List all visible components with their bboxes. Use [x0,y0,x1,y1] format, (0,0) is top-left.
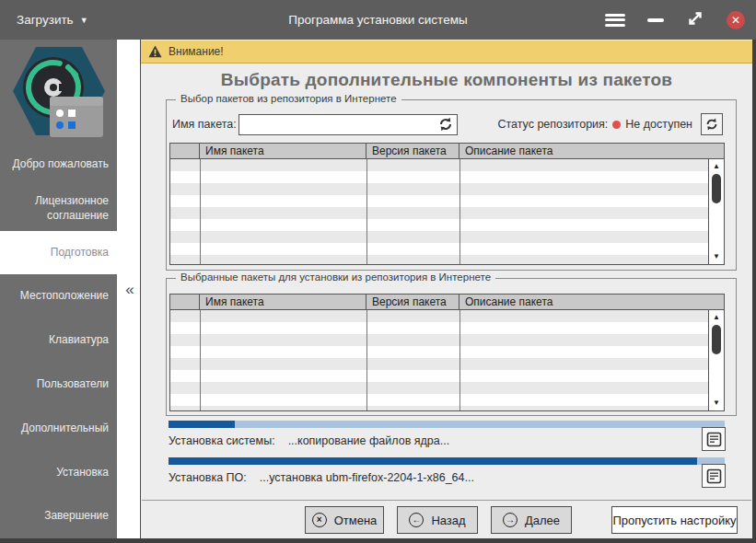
cancel-icon: × [312,513,327,527]
package-name-label: Имя пакета: [172,118,237,131]
sidebar-item-finish[interactable]: Завершение [0,494,117,538]
column-package-description[interactable]: Описание пакета [459,295,724,309]
system-install-log-button[interactable] [702,427,726,451]
skip-settings-button[interactable]: Пропустить настройку [611,506,738,534]
log-icon [706,468,722,484]
refresh-icon[interactable] [437,116,454,133]
sidebar-item-keyboard[interactable]: Клавиатура [0,318,117,363]
sidebar: Добро пожаловать Лицензионное соглашение… [0,40,117,538]
repo-refresh-button[interactable] [701,113,723,135]
repo-status-label: Статус репозитория: [497,118,608,131]
status-dot-icon [612,121,621,129]
scroll-down-icon[interactable]: ▼ [709,398,724,409]
repo-packages-group: Выбор пакетов из репозитория в Интернете… [166,99,737,271]
next-label: Далее [525,514,560,527]
repo-status: Статус репозитория: Не доступен [497,113,723,135]
refresh-icon [704,117,719,132]
column-package-description[interactable]: Описание пакета [459,144,724,158]
back-arrow-icon: ← [409,513,424,527]
sidebar-nav: Добро пожаловать Лицензионное соглашение… [0,143,117,538]
back-button[interactable]: ← Назад [397,506,478,534]
sidebar-item-location[interactable]: Местоположение [0,274,117,318]
skip-label: Пропустить настройку [612,514,736,527]
installer-window: Загрузить ▼ Программа установки системы … [0,0,756,543]
package-search-row: Имя пакета: Статус репозитория: Не досту… [172,113,723,135]
package-name-input[interactable] [238,114,458,135]
software-install-label: Установка ПО: [169,471,247,484]
log-icon [706,432,722,447]
table-header: Имя пакета Версия пакета Описание пакета [170,295,724,310]
column-package-version[interactable]: Версия пакета [366,144,459,158]
sidebar-item-welcome[interactable]: Добро пожаловать [0,143,117,187]
sidebar-item-users[interactable]: Пользователи [0,363,117,407]
footer-divider [142,500,751,501]
warning-text: Внимание! [169,45,224,58]
minimize-button[interactable] [647,18,664,22]
vertical-scrollbar[interactable]: ▲ ▼ [708,310,724,410]
titlebar: Загрузить ▼ Программа установки системы … [0,0,756,40]
vertical-scrollbar[interactable]: ▲ ▼ [708,159,724,264]
software-install-log-button[interactable] [702,464,726,488]
back-label: Назад [431,514,465,527]
system-install-status-row: Установка системы: ...копирование файлов… [169,429,693,453]
scroll-up-icon[interactable]: ▲ [709,161,724,172]
titlebar-controls: ✕ [605,0,745,40]
repo-group-legend: Выбор пакетов из репозитория в Интернете [176,93,401,104]
scrollbar-thumb[interactable] [712,174,721,203]
software-install-status-row: Установка ПО: ...установка ubm-firefox-2… [169,466,693,490]
installer-logo [7,41,110,143]
table-body[interactable]: ▲ ▼ [170,310,724,410]
system-install-status: ...копирование файлов ядра... [288,434,450,447]
cancel-label: Отмена [334,514,378,527]
sidebar-item-preparation[interactable]: Подготовка [0,231,117,275]
scroll-down-icon[interactable]: ▼ [709,251,724,262]
maximize-button[interactable] [686,9,704,31]
table-body[interactable]: ▲ ▼ [170,159,724,264]
available-packages-table[interactable]: Имя пакета Версия пакета Описание пакета… [169,143,725,265]
selected-packages-table[interactable]: Имя пакета Версия пакета Описание пакета… [169,294,725,411]
collapse-sidebar-icon[interactable]: « [121,279,139,301]
scroll-up-icon[interactable]: ▲ [709,312,724,323]
column-package-version[interactable]: Версия пакета [366,295,459,309]
main-content: Внимание! Выбрать дополнительные компоне… [140,40,752,538]
page-title: Выбрать дополнительные компоненты из пак… [141,70,752,90]
table-header: Имя пакета Версия пакета Описание пакета [170,144,724,159]
system-install-label: Установка системы: [169,434,275,447]
next-arrow-icon: → [503,513,518,527]
warning-banner: Внимание! [141,40,752,64]
cancel-button[interactable]: × Отмена [305,506,384,534]
close-icon: ✕ [731,14,740,27]
column-package-name[interactable]: Имя пакета [200,295,366,309]
warning-icon [148,45,162,58]
column-select [170,295,200,309]
scrollbar-thumb[interactable] [712,325,721,354]
column-select [170,144,200,158]
software-install-progressbar [169,457,725,465]
sidebar-item-license[interactable]: Лицензионное соглашение [0,187,117,231]
close-button[interactable]: ✕ [727,11,745,29]
sidebar-item-install[interactable]: Установка [0,450,117,494]
selected-packages-group: Выбранные пакеты для установки из репози… [166,278,737,416]
repo-status-value: Не доступен [625,118,692,131]
next-button[interactable]: → Далее [491,506,572,534]
menu-icon[interactable] [605,14,625,27]
expand-icon [686,9,704,28]
selected-group-legend: Выбранные пакеты для установки из репози… [176,272,495,283]
system-install-progressbar [169,421,725,428]
sidebar-item-additional[interactable]: Дополнительный [0,407,117,451]
software-install-status: ...установка ubm-firefox-2204-1-x86_64..… [260,471,474,484]
column-package-name[interactable]: Имя пакета [200,144,366,158]
